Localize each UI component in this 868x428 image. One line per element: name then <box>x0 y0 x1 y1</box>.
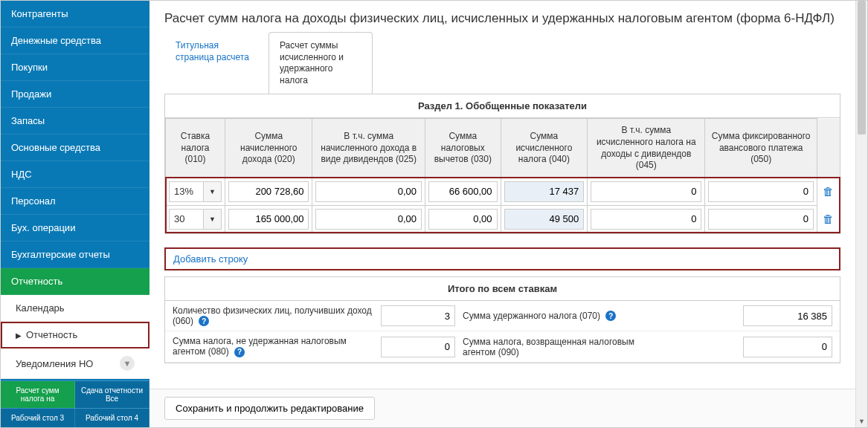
totals-section: Итого по всем ставкам Количество физичес… <box>164 276 840 363</box>
input-050[interactable] <box>708 181 814 202</box>
help-icon[interactable]: ? <box>234 347 245 357</box>
col-calc-tax: Сумма исчисленного налога (040) <box>501 119 588 178</box>
col-income: Сумма начисленного дохода (020) <box>225 119 312 178</box>
content-tabs: Титульная страница расчета Расчет суммы … <box>150 32 855 94</box>
trash-icon[interactable]: 🗑 <box>823 185 834 198</box>
input-020[interactable] <box>228 181 309 202</box>
input-070[interactable] <box>743 305 832 326</box>
bottom-bar: Сохранить и продолжить редактирование <box>150 389 855 427</box>
rate-select[interactable]: 13% ▼ <box>169 181 222 202</box>
sidebar-item-sales[interactable]: Продажи <box>1 81 150 108</box>
label-080: Сумма налога, не удержанная налоговым аг… <box>173 336 373 357</box>
sidebar-item-personnel[interactable]: Персонал <box>1 188 150 215</box>
add-row-button[interactable]: Добавить строку <box>164 247 840 270</box>
save-continue-button[interactable]: Сохранить и продолжить редактирование <box>164 397 375 420</box>
input-060[interactable] <box>381 305 455 326</box>
vertical-scrollbar[interactable]: ▲ ▼ <box>855 1 867 427</box>
sidebar-sub-label: Отчетность <box>26 329 77 340</box>
sidebar-item-accounting-ops[interactable]: Бух. операции <box>1 215 150 241</box>
label-070: Сумма удержанного налога (070) ? <box>463 311 649 322</box>
section-1-title: Раздел 1. Обобщенные показатели <box>165 94 840 118</box>
label-090: Сумма налога, возвращенная налоговым аге… <box>463 337 649 357</box>
page-title: Расчет сумм налога на доходы физических … <box>150 1 855 32</box>
col-deductions: Сумма налоговых вычетов (030) <box>425 119 501 178</box>
input-020[interactable] <box>228 209 309 230</box>
input-045[interactable] <box>591 181 701 202</box>
input-025[interactable] <box>315 181 422 202</box>
sidebar-sub-notifications[interactable]: Уведомления НО ▼ <box>1 348 150 379</box>
sidebar-item-vat[interactable]: НДС <box>1 161 150 188</box>
rate-value: 30 <box>170 213 203 224</box>
scroll-down-icon[interactable]: ▼ <box>120 356 135 371</box>
help-icon[interactable]: ? <box>605 311 616 321</box>
sidebar-sub-label: Уведомления НО <box>16 358 93 369</box>
sidebar: Контрагенты Денежные средства Покупки Пр… <box>1 1 150 427</box>
sidebar-item-purchases[interactable]: Покупки <box>1 54 150 81</box>
bottom-tab-desktop3[interactable]: Рабочий стол 3 <box>1 409 75 427</box>
arrow-right-icon: ▶ <box>16 331 22 340</box>
sidebar-item-accounting-reports[interactable]: Бухгалтерские отчеты <box>1 241 150 268</box>
table-row: 13% ▼ 🗑 <box>166 178 840 205</box>
input-030[interactable] <box>428 209 498 230</box>
tax-rates-table: Ставка налога (010) Сумма начисленного д… <box>165 118 840 233</box>
input-050[interactable] <box>708 209 814 230</box>
input-025[interactable] <box>315 209 422 230</box>
bottom-tab-tax-calc[interactable]: Расчет сумм налога на <box>1 381 75 408</box>
dropdown-icon[interactable]: ▼ <box>203 182 221 201</box>
rate-value: 13% <box>170 186 203 197</box>
trash-icon[interactable]: 🗑 <box>823 213 834 225</box>
tab-title-page[interactable]: Титульная страница расчета <box>164 32 269 94</box>
totals-title: Итого по всем ставкам <box>165 277 840 301</box>
bottom-tab-desktop4[interactable]: Рабочий стол 4 <box>75 409 150 427</box>
section-1: Раздел 1. Обобщенные показатели Ставка н… <box>164 94 840 233</box>
sidebar-item-fixed-assets[interactable]: Основные средства <box>1 134 150 161</box>
sidebar-item-cash[interactable]: Денежные средства <box>1 27 150 54</box>
input-040[interactable] <box>504 209 585 230</box>
sidebar-item-reporting[interactable]: Отчетность <box>1 268 150 295</box>
input-080[interactable] <box>381 337 455 357</box>
sidebar-bottom-tabs: Расчет сумм налога на Сдача отчетности В… <box>1 380 150 427</box>
sidebar-item-counterparties[interactable]: Контрагенты <box>1 1 150 27</box>
label-060: Количество физических лиц, получивших до… <box>173 305 373 327</box>
col-advance: Сумма фиксированного авансового платежа … <box>705 119 817 178</box>
bottom-tab-reporting-all[interactable]: Сдача отчетности Все <box>75 381 150 408</box>
rate-select[interactable]: 30 ▼ <box>169 209 222 230</box>
scrollbar-thumb[interactable] <box>858 1 866 134</box>
tab-tax-calc[interactable]: Расчет суммы исчисленного и удержанного … <box>269 32 373 94</box>
sidebar-sub-calendar[interactable]: Календарь <box>1 295 150 322</box>
input-030[interactable] <box>428 181 498 202</box>
scroll-down-icon[interactable]: ▼ <box>856 415 867 427</box>
help-icon[interactable]: ? <box>199 316 209 326</box>
main-content: Расчет сумм налога на доходы физических … <box>150 1 855 427</box>
dropdown-icon[interactable]: ▼ <box>203 210 221 229</box>
col-dividends: В т.ч. сумма начисленного дохода в виде … <box>312 119 425 178</box>
table-row: 30 ▼ 🗑 <box>166 205 840 233</box>
input-045[interactable] <box>591 209 701 230</box>
col-div-tax: В т.ч. сумма исчисленного налога на дохо… <box>588 119 705 178</box>
input-090[interactable] <box>743 337 832 357</box>
input-040[interactable] <box>504 181 585 202</box>
col-rate: Ставка налога (010) <box>166 119 225 178</box>
sidebar-item-inventory[interactable]: Запасы <box>1 108 150 134</box>
sidebar-sub-reporting[interactable]: ▶Отчетность <box>1 322 150 348</box>
